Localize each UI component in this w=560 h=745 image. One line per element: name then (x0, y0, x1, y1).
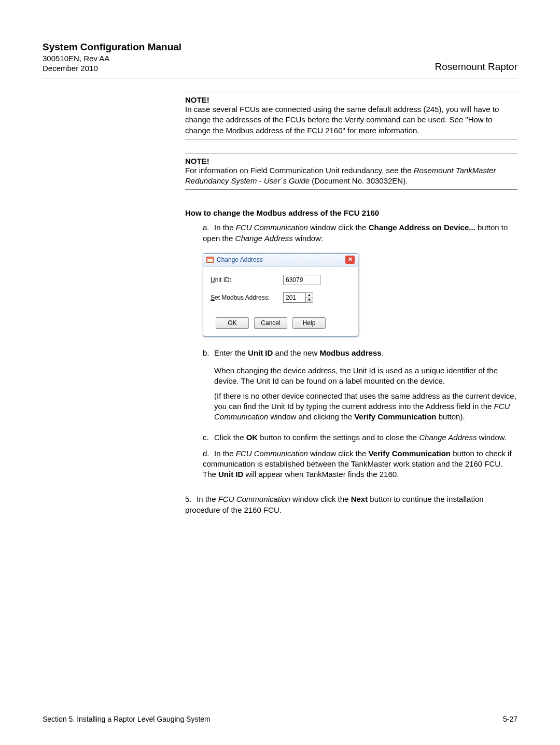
body-column: NOTE! In case several FCUs are connected… (185, 92, 517, 515)
step-c: c.Click the OK button to confirm the set… (203, 432, 517, 443)
step-5-it1: FCU Communication (218, 495, 290, 503)
cancel-button[interactable]: Cancel (254, 317, 287, 329)
note2-top-rule (185, 153, 517, 153)
step-b-marker: b. (203, 348, 214, 358)
step-a-marker: a. (203, 222, 214, 233)
unit-id-input[interactable] (283, 275, 320, 285)
step-c-pre: Click the (214, 433, 246, 442)
step-d-pre: In the (214, 449, 236, 458)
note2-pre: For information on Field Communication U… (185, 166, 414, 175)
modbus-label: Set Modbus Address: (211, 294, 283, 301)
note1-label: NOTE! (185, 95, 517, 104)
unit-id-label: Unit ID: (211, 276, 283, 284)
note2-post: (Document No. 303032EN). (310, 176, 408, 185)
help-button[interactable]: Help (292, 317, 326, 329)
step-a-it2: Change Address (235, 234, 293, 243)
note2-text: For information on Field Communication U… (185, 165, 517, 187)
bp2-mid: window and clicking the (268, 412, 354, 421)
step-5: 5.In the FCU Communication window click … (185, 494, 517, 515)
step-d-mid: window click the (308, 449, 369, 458)
step-b-b2: Modbus address (319, 348, 381, 357)
chevron-down-icon[interactable]: ▼ (306, 298, 313, 302)
step-b-pre: Enter the (214, 348, 248, 357)
step-a-post: window: (293, 234, 323, 243)
bp2-pre: (If there is no other device connected t… (214, 391, 516, 411)
note1-text: In case several FCUs are connected using… (185, 104, 517, 136)
step-b-b1: Unit ID (248, 348, 273, 357)
bp2-b1: Verify Communication (354, 412, 436, 421)
step-5-pre: In the (197, 495, 218, 503)
howto-heading: How to change the Modbus address of the … (185, 208, 517, 217)
footer-right: 5-27 (503, 715, 517, 723)
footer-left: Section 5. Installing a Raptor Level Gau… (43, 715, 211, 723)
svg-rect-1 (207, 259, 213, 262)
modbus-row: Set Modbus Address: ▲ ▼ (211, 292, 351, 303)
step-c-post: window. (477, 433, 507, 442)
step-a-mid: window click the (308, 223, 369, 232)
step-d-b1: Verify Communication (369, 449, 451, 458)
step-b: b.Enter the Unit ID and the new Modbus a… (203, 348, 517, 358)
dialog-body: Unit ID: Set Modbus Address: ▲ ▼ (203, 266, 358, 313)
product-name: Rosemount Raptor (435, 61, 517, 73)
step-d-marker: d. (203, 448, 214, 459)
step-5-b1: Next (351, 495, 368, 503)
dialog-buttons: OK Cancel Help (203, 313, 358, 336)
spinner[interactable]: ▲ ▼ (306, 292, 313, 303)
page: System Configuration Manual 300510EN, Re… (0, 0, 560, 745)
dialog-title-left: Change Address (206, 256, 263, 263)
step-b-mid: and the new (273, 348, 319, 357)
note2-label: NOTE! (185, 157, 517, 165)
close-button[interactable]: ✕ (345, 256, 355, 264)
step-d: d.In the FCU Communication window click … (203, 448, 517, 480)
step-5-marker: 5. (185, 494, 197, 504)
header-divider (43, 78, 517, 78)
unit-id-row: Unit ID: (211, 275, 351, 285)
step-c-it1: Change Address (419, 433, 477, 442)
step-5-mid: window click the (290, 495, 351, 503)
window-icon (206, 257, 214, 263)
note2-bottom-rule (185, 189, 517, 190)
page-header: System Configuration Manual 300510EN, Re… (43, 41, 517, 73)
step-a: a.In the FCU Communication window click … (203, 222, 517, 244)
step-d-post: will appear when TankMaster finds the 21… (243, 470, 399, 479)
step-a-pre: In the (214, 223, 236, 232)
page-footer: Section 5. Installing a Raptor Level Gau… (43, 715, 517, 723)
dialog-titlebar: Change Address ✕ (203, 254, 358, 266)
modbus-stepper: ▲ ▼ (283, 292, 313, 303)
step-b-para1: When changing the device address, the Un… (214, 366, 517, 387)
note1-bottom-rule (185, 139, 517, 139)
close-icon: ✕ (348, 257, 353, 262)
step-b-para2: (If there is no other device connected t… (214, 391, 517, 423)
bp2-post: button). (437, 412, 465, 421)
step-d-it1: FCU Communication (236, 449, 308, 458)
manual-title: System Configuration Manual (43, 41, 517, 53)
chevron-up-icon[interactable]: ▲ (306, 293, 313, 298)
step-c-b1: OK (246, 433, 258, 442)
dialog-title-text: Change Address (217, 256, 263, 263)
step-c-marker: c. (203, 432, 214, 443)
change-address-dialog: Change Address ✕ Unit ID: Set Modbus Add… (203, 253, 358, 336)
note1-top-rule (185, 92, 517, 92)
modbus-input[interactable] (283, 292, 306, 303)
step-d-b2: Unit ID (218, 470, 243, 479)
step-c-mid: button to confirm the settings and to cl… (258, 433, 419, 442)
ok-button[interactable]: OK (216, 317, 249, 329)
step-b-post: . (382, 348, 384, 357)
step-a-b1: Change Address on Device... (369, 223, 475, 232)
step-a-it1: FCU Communication (236, 223, 308, 232)
